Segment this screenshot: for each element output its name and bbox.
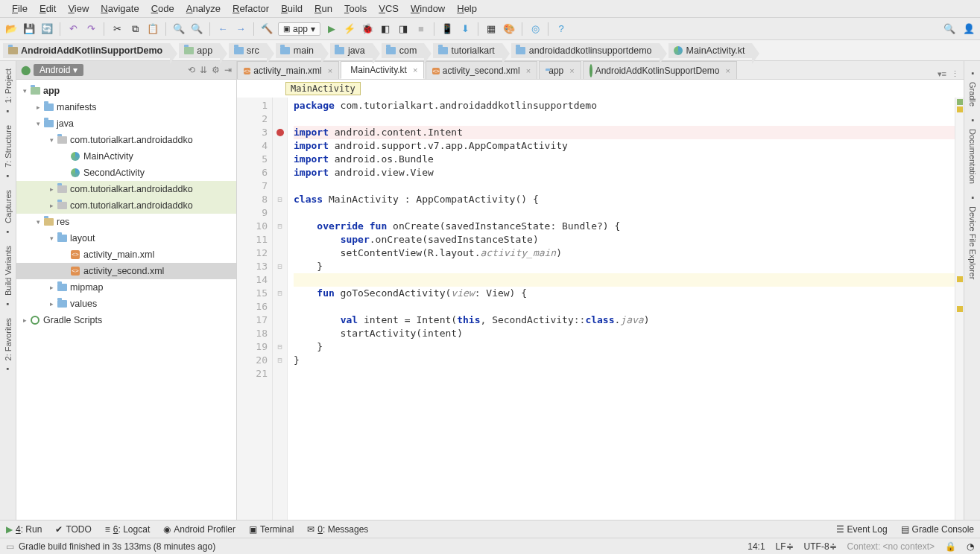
inspection-indicator-icon[interactable]: ◔ (967, 541, 974, 552)
code-line-3[interactable]: import android.content.Intent (294, 126, 955, 139)
left-tab-build-variants[interactable]: ▪Build Variants (1, 241, 15, 313)
open-icon[interactable]: 📂 (4, 22, 18, 36)
left-tab-7--structure[interactable]: ▪7: Structure (1, 121, 15, 185)
tree-node[interactable]: <>activity_second.xml (16, 263, 236, 279)
tree-node[interactable]: ▾com.tutorialkart.androidaddko (16, 132, 236, 148)
breakpoint-icon[interactable] (276, 129, 284, 136)
tree-node[interactable]: ▸manifests (16, 99, 236, 115)
tree-node[interactable]: ▸com.tutorialkart.androidaddko (16, 197, 236, 214)
status-icon[interactable]: ▭ (6, 541, 14, 552)
code-line-21[interactable] (294, 367, 955, 381)
tree-node[interactable]: ▸com.tutorialkart.androidaddko (16, 181, 236, 197)
project-view-selector[interactable]: Android ▾ (34, 64, 83, 76)
save-all-icon[interactable]: 💾 (22, 22, 36, 36)
close-tab-icon[interactable]: × (725, 66, 730, 75)
code-line-2[interactable] (294, 112, 955, 126)
undo-icon[interactable]: ↶ (66, 22, 80, 36)
right-tab-gradle[interactable]: ▪Gradle (966, 64, 979, 111)
marker-gutter[interactable]: ⊟⊟⊟⊟⊟⊟ (273, 98, 288, 520)
line-number-gutter[interactable]: 123456789101112131415161718192021 (237, 98, 273, 520)
sdk-icon[interactable]: ⬇ (458, 22, 472, 36)
code-line-7[interactable] (294, 179, 955, 193)
code-line-12[interactable]: setContentView(R.layout.activity_main) (294, 246, 955, 260)
caret-position[interactable]: 14:1 (747, 541, 765, 552)
editor-context-crumb[interactable]: MainActivity (285, 82, 361, 95)
apply-changes-icon[interactable]: ⚡ (343, 22, 356, 36)
back-icon[interactable]: ← (216, 22, 230, 36)
code-line-14[interactable] (294, 273, 955, 287)
close-tab-icon[interactable]: × (526, 66, 531, 75)
tree-node[interactable]: <>activity_main.xml (16, 246, 236, 263)
tree-node[interactable]: SecondActivity (16, 165, 236, 181)
code-line-13[interactable]: } (294, 260, 955, 273)
close-tab-icon[interactable]: × (413, 66, 417, 74)
bottom-tool-terminal[interactable]: ▣Terminal (249, 524, 294, 535)
code-line-1[interactable]: package com.tutorialkart.androidaddkotli… (294, 99, 955, 112)
paste-icon[interactable]: 📋 (146, 22, 159, 36)
bottom-tool-profiler[interactable]: ◉Android Profiler (163, 524, 235, 535)
tree-node[interactable]: ▸values (16, 296, 236, 312)
collapse-all-icon[interactable]: ⇊ (200, 65, 207, 75)
code-line-10[interactable]: override fun onCreate(savedInstanceState… (294, 220, 955, 233)
bottom-tool-logcat[interactable]: ≡6: Logcat (105, 524, 150, 535)
menu-refactor[interactable]: Refactor (227, 1, 275, 16)
user-icon[interactable]: 👤 (962, 22, 976, 36)
code-line-19[interactable]: } (294, 340, 955, 354)
left-tab-captures[interactable]: ▪Captures (1, 185, 15, 241)
menu-navigate[interactable]: Navigate (95, 1, 145, 16)
tab-options-icon[interactable]: ⋮ (951, 69, 959, 79)
sync-icon[interactable]: 🔄 (40, 22, 54, 36)
left-tab-2--favorites[interactable]: ▪2: Favorites (1, 313, 15, 378)
overview-ruler[interactable] (955, 98, 964, 520)
code-line-15[interactable]: fun goToSecondActivity(view: View) { (294, 287, 955, 300)
breadcrumb-1[interactable]: app (179, 43, 220, 58)
context-indicator[interactable]: Context: <no context> (847, 541, 935, 552)
right-tab-device-file-explorer[interactable]: ▪Device File Explorer (966, 188, 979, 284)
editor-tab[interactable]: AndroidAddKotlinSupportDemo× (583, 61, 737, 79)
bottom-tool-todo[interactable]: ✔TODO (55, 524, 91, 535)
menu-run[interactable]: Run (309, 1, 338, 16)
menu-tools[interactable]: Tools (338, 1, 373, 16)
menu-window[interactable]: Window (405, 1, 451, 16)
resource-manager-icon[interactable]: ◎ (528, 22, 542, 36)
editor-tab[interactable]: <>activity_main.xml× (237, 61, 339, 79)
breadcrumb-0[interactable]: AndroidAddKotlinSupportDemo (3, 43, 170, 58)
settings-icon[interactable]: ⚙ (212, 65, 220, 75)
tree-node[interactable]: MainActivity (16, 148, 236, 165)
code-line-4[interactable]: import android.support.v7.app.AppCompatA… (294, 139, 955, 153)
project-tree[interactable]: ▾app▸manifests▾java▾com.tutorialkart.and… (16, 80, 236, 520)
code-body[interactable]: package com.tutorialkart.androidaddkotli… (288, 98, 955, 520)
menu-help[interactable]: Help (451, 1, 483, 16)
avd-icon[interactable]: 📱 (440, 22, 454, 36)
stop-icon[interactable]: ■ (414, 22, 428, 36)
tab-list-icon[interactable]: ▾≡ (938, 69, 946, 79)
bottom-tool-gradleconsole[interactable]: ▤Gradle Console (901, 524, 974, 535)
copy-icon[interactable]: ⧉ (128, 22, 142, 36)
debug-icon[interactable]: 🐞 (361, 22, 374, 36)
code-line-18[interactable]: startActivity(intent) (294, 327, 955, 340)
search-everywhere-icon[interactable]: 🔍 (943, 22, 956, 36)
menu-vcs[interactable]: VCS (373, 1, 405, 16)
attach-icon[interactable]: ◨ (396, 22, 410, 36)
right-tab-documentation[interactable]: ▪Documentation (966, 111, 979, 188)
tree-node[interactable]: ▾app (16, 83, 236, 99)
replace-icon[interactable]: 🔍 (190, 22, 203, 36)
bottom-tool-play[interactable]: ▶4: Run (6, 524, 42, 535)
breadcrumb-5[interactable]: com (382, 43, 425, 58)
code-line-6[interactable]: import android.view.View (294, 166, 955, 179)
code-line-8[interactable]: class MainActivity : AppCompatActivity()… (294, 193, 955, 206)
editor-tab[interactable]: MainActivity.kt× (341, 61, 424, 79)
code-line-16[interactable] (294, 300, 955, 313)
code-line-17[interactable]: val intent = Intent(this, SecondActivity… (294, 313, 955, 327)
menu-edit[interactable]: Edit (34, 1, 62, 16)
tree-node[interactable]: ▾java (16, 115, 236, 132)
line-separator[interactable]: LF≑ (776, 541, 794, 552)
close-tab-icon[interactable]: × (328, 66, 332, 75)
breadcrumb-6[interactable]: tutorialkart (433, 43, 502, 58)
code-line-20[interactable]: } (294, 354, 955, 367)
run-config-dropdown[interactable]: ▣app ▾ (278, 22, 320, 36)
menu-build[interactable]: Build (275, 1, 309, 16)
forward-icon[interactable]: → (234, 22, 247, 36)
code-line-11[interactable]: super.onCreate(savedInstanceState) (294, 233, 955, 246)
hide-icon[interactable]: ⇥ (224, 65, 232, 75)
